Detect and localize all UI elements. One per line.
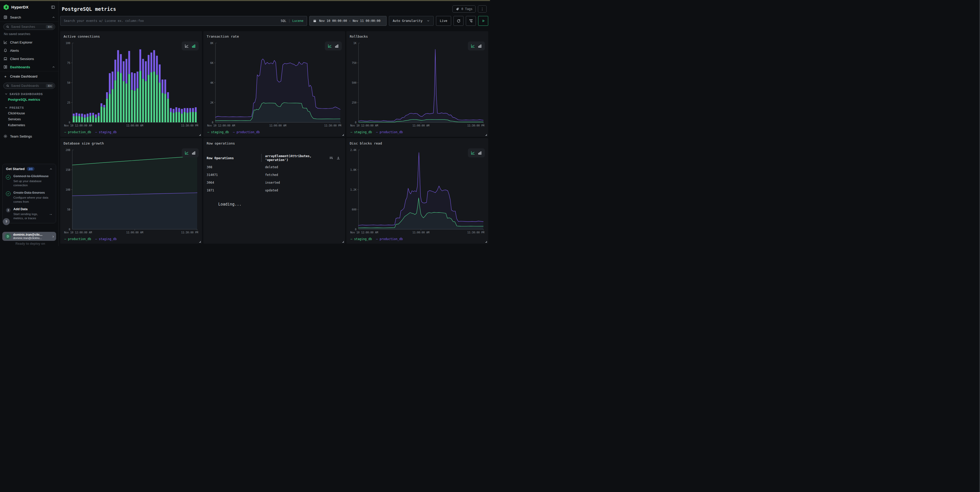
legend-item[interactable]: —production_db: [64, 237, 91, 241]
chart-card-row-operations: Row operations Row Operations arrayEleme…: [203, 138, 345, 244]
sidebar-preset-services[interactable]: Services: [0, 116, 59, 122]
column-resize-handle[interactable]: [261, 154, 262, 162]
run-query-button[interactable]: [478, 16, 488, 26]
user-menu[interactable]: D dominic.tran@clic... dominic.tran@clic…: [2, 232, 56, 241]
sidebar-item-dashboards[interactable]: Dashboards: [0, 63, 59, 71]
sidebar-item-chart-explorer[interactable]: Chart Explorer: [0, 38, 59, 46]
bar-chart-icon[interactable]: [478, 44, 482, 48]
chart-card-disc-blocks-read: Disc blocks read 06001.2K1.8K2.4KNov 10 …: [347, 138, 488, 244]
table-row[interactable]: 308deleted: [207, 163, 342, 171]
download-icon[interactable]: [336, 156, 340, 160]
step-title: Create Data Sources: [13, 191, 52, 195]
resize-handle[interactable]: [199, 241, 201, 243]
event-search[interactable]: SQL | Lucene: [60, 16, 307, 26]
saved-dashboards-input[interactable]: [11, 84, 44, 88]
sidebar-preset-clickhouse[interactable]: ClickHouse: [0, 110, 59, 116]
legend-item[interactable]: —staging_db: [95, 130, 116, 134]
sidebar-item-team-settings[interactable]: Team Settings: [0, 132, 59, 141]
svg-text:500: 500: [352, 81, 356, 84]
chevron-down-icon: [427, 19, 430, 22]
table-row[interactable]: 314071fetched: [207, 171, 342, 179]
line-chart[interactable]: 05B10B15B20BNov 10 12:00:00 AM11:00:00 A…: [64, 146, 199, 236]
bar-chart-icon[interactable]: [191, 44, 196, 48]
get-started-step-sources[interactable]: Create Data Sources Configure where your…: [6, 191, 52, 204]
sidebar-item-label: Search: [10, 16, 21, 19]
legend-item[interactable]: —staging_db: [207, 130, 229, 134]
expand-columns-icon[interactable]: [329, 156, 333, 160]
tags-button[interactable]: 0 Tags: [452, 5, 476, 13]
more-menu-button[interactable]: ⋮: [478, 5, 487, 13]
resize-handle[interactable]: [485, 134, 487, 136]
table-body: 308deleted314071fetched3064inserted1871u…: [207, 163, 342, 194]
saved-dashboards-search[interactable]: ⌘K: [3, 83, 55, 89]
stacked-bar-chart[interactable]: 0255075100Nov 10 12:00:00 AM11:00:00 AM1…: [64, 39, 199, 129]
column-header[interactable]: arrayElement(Attributes, 'operation'): [265, 154, 329, 162]
line-chart-icon[interactable]: [471, 151, 475, 155]
bar-chart-icon[interactable]: [191, 151, 196, 155]
legend-swatch: —: [64, 130, 66, 134]
get-started-step-add-data[interactable]: 3 Add Data Start sending logs, metrics, …: [6, 207, 52, 220]
sidebar-item-client-sessions[interactable]: Client Sessions: [0, 54, 59, 63]
create-dashboard-button[interactable]: + Create Dashboard: [0, 71, 59, 81]
sidebar-collapse-icon[interactable]: [51, 5, 55, 9]
sidebar-dashboard-postgresql-metrics[interactable]: PostgreSQL metrics: [0, 97, 59, 102]
filter-button[interactable]: [466, 16, 476, 26]
table-header: Row Operations arrayElement(Attributes, …: [207, 154, 342, 162]
table-row[interactable]: 3064inserted: [207, 179, 342, 187]
presets-header[interactable]: PRESETS: [0, 102, 59, 110]
line-chart[interactable]: 02K4K6K8KNov 10 12:00:00 AM11:00:00 AM11…: [207, 39, 342, 129]
saved-searches-input[interactable]: [11, 25, 44, 29]
time-range-picker[interactable]: Nov 10 00:00:00 - Nov 11 00:00:00: [309, 16, 387, 26]
chart-title: Database size growth: [64, 141, 199, 145]
loading-text: Loading...: [218, 202, 342, 207]
granularity-select[interactable]: Auto Granularity: [389, 16, 434, 26]
search-input[interactable]: [64, 19, 278, 23]
bar-chart-icon[interactable]: [478, 151, 482, 155]
legend-item[interactable]: —staging_db: [95, 237, 116, 241]
svg-text:1.8K: 1.8K: [350, 168, 356, 171]
legend-item[interactable]: —production_db: [376, 237, 403, 241]
resize-handle[interactable]: [342, 241, 344, 243]
sidebar-item-alerts[interactable]: Alerts: [0, 46, 59, 54]
arrow-right-icon: →: [49, 211, 52, 216]
legend-item[interactable]: —production_db: [376, 130, 403, 134]
saved-searches-search[interactable]: ⌘K: [3, 24, 55, 30]
sidebar-preset-kubernetes[interactable]: Kubernetes: [0, 122, 59, 128]
table-row[interactable]: 1871updated: [207, 187, 342, 194]
get-started-step-connect[interactable]: Connect to ClickHouse Set up your databa…: [6, 174, 52, 187]
line-chart-icon[interactable]: [185, 151, 189, 155]
row-operation: updated: [265, 188, 278, 192]
chevron-up-icon[interactable]: [49, 168, 52, 171]
chart-type-toggle: [182, 42, 199, 51]
live-button[interactable]: Live: [436, 16, 451, 26]
legend-item[interactable]: —production_db: [233, 130, 260, 134]
column-header[interactable]: Row Operations: [207, 156, 261, 160]
line-chart-icon[interactable]: [328, 44, 332, 48]
svg-text:Nov 10 12:00:00 AM: Nov 10 12:00:00 AM: [64, 231, 92, 234]
legend-item[interactable]: —staging_db: [350, 130, 372, 134]
svg-text:Nov 10 12:00:00 AM: Nov 10 12:00:00 AM: [207, 124, 235, 127]
sql-toggle[interactable]: SQL: [281, 19, 286, 23]
sidebar-item-search[interactable]: Search: [0, 13, 59, 21]
resize-handle[interactable]: [199, 134, 201, 136]
step-desc: Start sending logs, metrics, or traces: [13, 212, 46, 220]
line-chart[interactable]: 02505007501KNov 10 12:00:00 AM11:00:00 A…: [350, 39, 485, 129]
line-chart[interactable]: 06001.2K1.8K2.4KNov 10 12:00:00 AM11:00:…: [350, 146, 485, 236]
svg-text:11:30:00 PM: 11:30:00 PM: [181, 124, 198, 127]
line-chart-icon[interactable]: [471, 44, 475, 48]
svg-text:1.2K: 1.2K: [350, 188, 356, 191]
line-chart-icon[interactable]: [185, 44, 189, 48]
legend-item[interactable]: —staging_db: [350, 237, 372, 241]
svg-text:100: 100: [65, 42, 70, 45]
step-title: Connect to ClickHouse: [13, 174, 52, 179]
resize-handle[interactable]: [485, 241, 487, 243]
resize-handle[interactable]: [342, 134, 344, 136]
lucene-toggle[interactable]: Lucene: [292, 19, 304, 23]
bar-chart-icon[interactable]: [334, 44, 339, 48]
saved-dashboards-header[interactable]: SAVED DASHBOARDS: [0, 90, 59, 97]
chart-legend: —staging_db—production_db: [207, 130, 342, 134]
help-button[interactable]: ?: [3, 218, 10, 225]
refresh-button[interactable]: [453, 16, 463, 26]
legend-swatch: —: [207, 130, 209, 134]
legend-item[interactable]: —production_db: [64, 130, 91, 134]
